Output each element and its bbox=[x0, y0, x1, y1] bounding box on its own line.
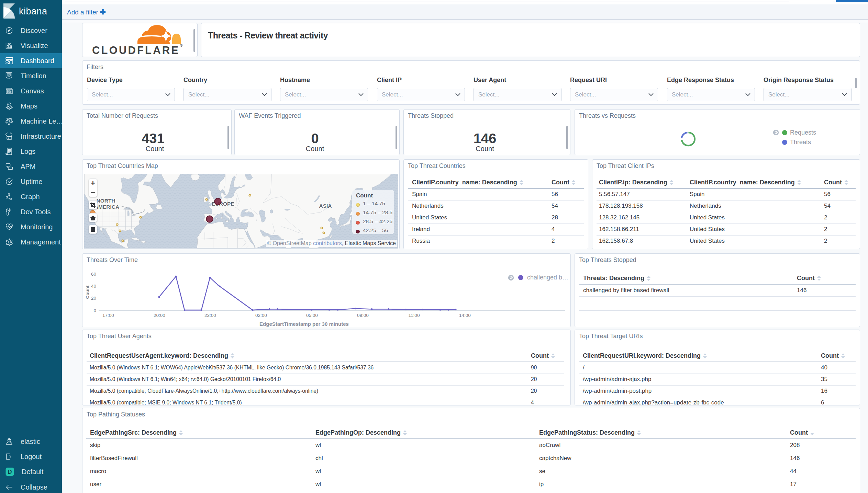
svg-text:0: 0 bbox=[93, 308, 96, 313]
svg-text:05:00: 05:00 bbox=[306, 313, 318, 318]
svg-text:14:00: 14:00 bbox=[459, 313, 471, 318]
svg-text:20:00: 20:00 bbox=[154, 313, 165, 318]
svg-text:AMERICA: AMERICA bbox=[94, 204, 119, 210]
svg-text:ASIA: ASIA bbox=[319, 203, 332, 209]
svg-text:08:00: 08:00 bbox=[357, 313, 369, 318]
svg-text:EdgeStartTimestamp per 30 minu: EdgeStartTimestamp per 30 minutes bbox=[259, 321, 349, 327]
svg-text:CLOUDFLARE: CLOUDFLARE bbox=[92, 44, 179, 56]
svg-text:D: D bbox=[8, 469, 12, 475]
svg-text:11:00: 11:00 bbox=[409, 313, 420, 318]
svg-text:40: 40 bbox=[91, 284, 96, 289]
svg-text:NORTH: NORTH bbox=[96, 198, 115, 204]
svg-text:Count: Count bbox=[85, 285, 90, 299]
svg-text:20: 20 bbox=[91, 296, 96, 301]
svg-text:17:00: 17:00 bbox=[102, 313, 114, 318]
svg-text:®: ® bbox=[180, 44, 183, 47]
svg-text:23:00: 23:00 bbox=[204, 313, 216, 318]
svg-text:02:00: 02:00 bbox=[255, 313, 267, 318]
svg-text:60: 60 bbox=[91, 272, 96, 277]
